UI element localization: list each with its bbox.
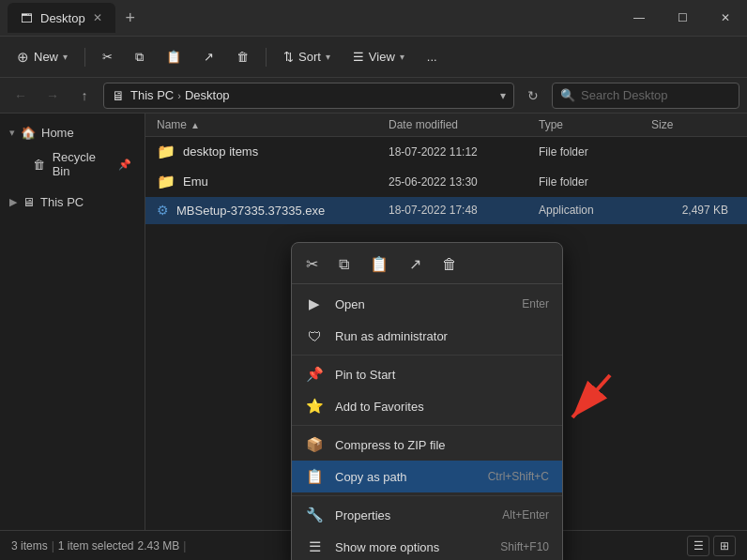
view-label: View bbox=[369, 50, 395, 64]
ctx-properties[interactable]: 🔧 Properties Alt+Enter bbox=[292, 499, 562, 531]
home-icon: 🏠 bbox=[21, 126, 36, 140]
col-date-label: Date modified bbox=[389, 118, 458, 131]
sidebar-section-home: ▾ 🏠 Home bbox=[0, 121, 145, 144]
ctx-sep-2 bbox=[292, 425, 562, 426]
new-label: New bbox=[34, 50, 58, 64]
ctx-copy-btn[interactable]: ⧉ bbox=[336, 253, 352, 276]
ctx-cut-btn[interactable]: ✂ bbox=[303, 252, 321, 276]
col-header-name[interactable]: Name ▲ bbox=[157, 118, 389, 131]
file-date-0: 18-07-2022 11:12 bbox=[389, 145, 539, 159]
ctx-sep-3 bbox=[292, 495, 562, 496]
ctx-copy-path[interactable]: 📋 Copy as path Ctrl+Shift+C bbox=[292, 461, 562, 492]
file-name-text-1: Emu bbox=[183, 174, 208, 189]
view-dropdown-icon: ▾ bbox=[400, 52, 404, 62]
close-btn[interactable]: ✕ bbox=[704, 0, 747, 36]
ctx-paste-btn[interactable]: 📋 bbox=[367, 252, 391, 276]
search-placeholder: Search Desktop bbox=[581, 88, 668, 102]
view-button[interactable]: ☰ View ▾ bbox=[343, 45, 414, 68]
file-type-2: Application bbox=[539, 204, 651, 217]
active-tab[interactable]: 🗔 Desktop ✕ bbox=[8, 3, 115, 33]
minimize-btn[interactable]: — bbox=[617, 0, 661, 36]
tab-title: Desktop bbox=[40, 11, 85, 25]
file-name-text-2: MBSetup-37335.37335.exe bbox=[176, 204, 325, 218]
folder-icon-0: 📁 bbox=[157, 143, 175, 160]
ctx-pin-label: Pin to Start bbox=[335, 368, 549, 382]
view-icon: ☰ bbox=[353, 50, 364, 64]
cut-icon: ✂ bbox=[102, 50, 113, 64]
ctx-props-label: Properties bbox=[335, 508, 491, 522]
maximize-btn[interactable]: ☐ bbox=[661, 0, 704, 36]
ctx-share-btn[interactable]: ↗ bbox=[406, 252, 424, 276]
ctx-run-admin[interactable]: 🛡 Run as administrator bbox=[292, 320, 562, 352]
exe-icon-2: ⚙ bbox=[157, 203, 169, 218]
ctx-compress[interactable]: 📦 Compress to ZIP file bbox=[292, 429, 562, 461]
ctx-delete-btn[interactable]: 🗑 bbox=[439, 253, 460, 276]
ctx-open[interactable]: ▶ Open Enter bbox=[292, 288, 562, 320]
file-date-1: 25-06-2022 13:30 bbox=[389, 175, 539, 189]
file-row-0[interactable]: 📁 desktop items 18-07-2022 11:12 File fo… bbox=[145, 137, 747, 167]
sidebar-item-recycle-bin[interactable]: 🗑 Recycle Bin 📌 bbox=[4, 145, 141, 183]
items-count: 3 items bbox=[11, 539, 48, 552]
share-button[interactable]: ↗ bbox=[194, 45, 223, 68]
refresh-btn[interactable]: ↻ bbox=[520, 83, 546, 109]
up-btn[interactable]: ↑ bbox=[71, 83, 98, 109]
file-size-2: 2,497 KB bbox=[651, 204, 736, 217]
selected-count: 1 item selected bbox=[58, 539, 134, 552]
address-dropdown-icon[interactable]: ▾ bbox=[500, 89, 506, 102]
file-row-1[interactable]: 📁 Emu 25-06-2022 13:30 File folder bbox=[145, 167, 747, 197]
ctx-compress-icon: 📦 bbox=[305, 435, 324, 454]
file-date-2: 18-07-2022 17:48 bbox=[389, 204, 539, 217]
status-view-controls: ☰ ⊞ bbox=[687, 536, 736, 556]
toolbar-sep-2 bbox=[266, 48, 267, 67]
ctx-sep-1 bbox=[292, 355, 562, 356]
ctx-fav-label: Add to Favorites bbox=[335, 400, 549, 414]
addressbar-row: ← → ↑ 🖥 This PC › Desktop ▾ ↻ 🔍 Search D… bbox=[0, 78, 747, 114]
search-box[interactable]: 🔍 Search Desktop bbox=[552, 83, 739, 109]
sidebar-section-this-pc[interactable]: ▶ 🖥 This PC bbox=[0, 190, 145, 214]
tiles-view-btn[interactable]: ⊞ bbox=[713, 536, 736, 556]
ctx-show-more[interactable]: ☰ Show more options Shift+F10 bbox=[292, 531, 562, 560]
ctx-pin-start[interactable]: 📌 Pin to Start bbox=[292, 358, 562, 390]
cut-button[interactable]: ✂ bbox=[93, 45, 122, 68]
col-header-size[interactable]: Size bbox=[651, 118, 736, 131]
copy-button[interactable]: ⧉ bbox=[126, 45, 153, 69]
ctx-open-shortcut: Enter bbox=[522, 297, 549, 310]
recycle-bin-icon: 🗑 bbox=[33, 158, 45, 172]
details-view-btn[interactable]: ☰ bbox=[687, 536, 709, 556]
sort-button[interactable]: ⇅ Sort ▾ bbox=[274, 45, 340, 68]
new-button[interactable]: ⊕ New ▾ bbox=[8, 44, 77, 70]
col-header-date[interactable]: Date modified bbox=[389, 118, 539, 131]
copy-icon: ⧉ bbox=[135, 50, 144, 65]
home-expand-arrow: ▾ bbox=[9, 127, 15, 139]
col-header-type[interactable]: Type bbox=[539, 118, 651, 131]
this-pc-expand-arrow: ▶ bbox=[9, 196, 17, 208]
home-label[interactable]: Home bbox=[41, 126, 74, 140]
paste-button[interactable]: 📋 bbox=[157, 45, 191, 68]
column-headers: Name ▲ Date modified Type Size bbox=[145, 114, 747, 137]
ctx-add-favorites[interactable]: ⭐ Add to Favorites bbox=[292, 390, 562, 422]
path-part-1: This PC bbox=[130, 88, 174, 102]
ctx-compress-label: Compress to ZIP file bbox=[335, 438, 549, 452]
sort-icon: ⇅ bbox=[283, 50, 294, 64]
ctx-pin-icon: 📌 bbox=[305, 365, 324, 384]
delete-icon: 🗑 bbox=[236, 50, 249, 64]
new-tab-btn[interactable]: + bbox=[119, 7, 142, 29]
selected-size: 2.43 MB bbox=[138, 539, 180, 552]
back-btn[interactable]: ← bbox=[8, 83, 34, 109]
context-menu: ✂ ⧉ 📋 ↗ 🗑 ▶ Open Enter 🛡 Run as administ… bbox=[291, 242, 563, 560]
forward-btn[interactable]: → bbox=[39, 83, 66, 109]
toolbar: ⊕ New ▾ ✂ ⧉ 📋 ↗ 🗑 ⇅ Sort ▾ ☰ View ▾ ... bbox=[0, 37, 747, 78]
col-sort-arrow: ▲ bbox=[191, 120, 200, 130]
status-sep-1: | bbox=[52, 539, 54, 552]
more-button[interactable]: ... bbox=[418, 45, 447, 68]
window-controls: — ☐ ✕ bbox=[617, 0, 747, 36]
address-bar[interactable]: 🖥 This PC › Desktop ▾ bbox=[103, 83, 514, 109]
ctx-open-label: Open bbox=[335, 297, 511, 311]
file-row-2[interactable]: ⚙ MBSetup-37335.37335.exe 18-07-2022 17:… bbox=[145, 197, 747, 224]
share-icon: ↗ bbox=[204, 50, 214, 64]
path-icon: 🖥 bbox=[112, 88, 125, 103]
tab-close-btn[interactable]: ✕ bbox=[93, 11, 102, 24]
delete-button[interactable]: 🗑 bbox=[227, 45, 258, 68]
ctx-open-icon: ▶ bbox=[305, 295, 324, 313]
sort-label: Sort bbox=[298, 50, 321, 64]
